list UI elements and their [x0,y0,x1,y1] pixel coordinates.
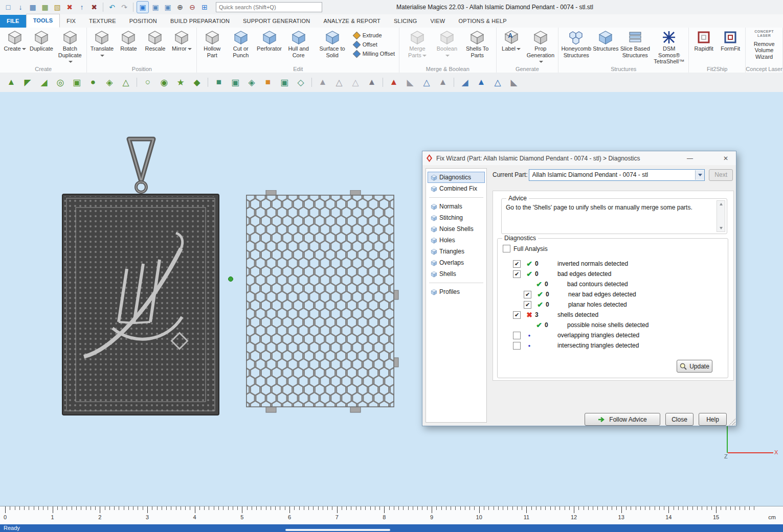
measure-icon[interactable]: ◢ [458,76,472,89]
ribbon-item-batch-duplicate[interactable]: Batch Duplicate [55,29,85,66]
pendant-part-model[interactable] [57,132,222,418]
undo-icon[interactable]: ↶ [106,2,118,13]
save-as-icon[interactable]: ▦ [39,2,51,13]
unmark-all-icon[interactable]: ○ [141,76,154,89]
ribbon-item-dsm-somos-tetrashell[interactable]: DSM Somos® TetraShell™ [651,29,687,66]
ribbon-item-mirror[interactable]: Mirror [168,29,195,53]
cut-view-cube-icon[interactable]: ■ [212,76,226,89]
scroll-up-icon[interactable] [717,201,725,207]
diagnostic-checkbox[interactable]: ✔ [513,311,521,319]
tab-build-preparation[interactable]: BUILD PREPARATION [164,15,236,28]
fix-page-triangles[interactable]: Triangles [428,246,485,257]
save-icon[interactable]: ▦ [27,2,38,13]
mark-brush-icon[interactable]: ◈ [103,76,116,89]
dropdown-arrow-icon[interactable] [695,170,704,180]
follow-advice-button[interactable]: Follow Advice [585,413,660,426]
mark-shell-icon[interactable]: ◎ [54,76,67,89]
tab-fix[interactable]: FIX [60,15,82,28]
diagnostic-checkbox[interactable]: ✔ [513,270,521,278]
mark-freeform-icon[interactable]: ● [86,76,100,89]
ghost-cube-icon[interactable]: ◇ [294,76,307,89]
ribbon-item-slice-based-structures[interactable]: Slice Based Structures [619,29,651,59]
diagnostic-checkbox[interactable] [513,342,521,350]
tab-position[interactable]: POSITION [123,15,164,28]
iso-view-icon[interactable]: ▣ [137,1,149,13]
ribbon-item-surface-to-solid[interactable]: Surface to Solid [315,29,350,59]
redo-icon[interactable]: ↷ [119,2,130,13]
section-cube-icon[interactable]: ▣ [229,76,242,89]
next-button[interactable]: Next [709,169,733,181]
ribbon-item-rapidfit[interactable]: Rapidfit [690,29,717,53]
ribbon-item-milling-offset[interactable]: Milling Offset [352,49,396,58]
delete-part-icon[interactable]: ✖ [88,2,100,13]
smooth-marked-icon[interactable]: △ [420,76,433,89]
ribbon-item-prop-generation[interactable]: Prop Generation [525,29,557,66]
detail-marked-icon[interactable]: ▲ [436,76,450,89]
ribbon-item-extrude[interactable]: Extrude [352,31,396,40]
mark-plane-icon[interactable]: ◤ [21,76,34,89]
view-cube-icon[interactable]: ▣ [278,76,291,89]
flip-marked-icon[interactable]: ◣ [404,76,417,89]
fix-page-holes[interactable]: Holes [428,235,485,246]
load-project-icon[interactable]: ▧ [52,2,63,13]
import-part-icon[interactable]: ↓ [15,2,26,13]
fix-page-diagnostics[interactable]: Diagnostics [428,172,485,183]
close-button[interactable]: Close [665,413,693,426]
diagnostic-checkbox[interactable]: ✔ [513,260,521,268]
expand-marking-icon[interactable]: ◆ [190,76,204,89]
zoom-in-icon[interactable]: ⊕ [174,2,186,13]
ribbon-item-perforator[interactable]: Perforator [256,29,283,53]
tab-file[interactable]: FILE [0,15,26,28]
quick-search-input[interactable] [216,2,322,12]
ribbon-item-duplicate[interactable]: Duplicate [28,29,55,53]
search-settings-icon[interactable]: ⊞ [199,2,210,13]
fix-page-normals[interactable]: Normals [428,201,485,212]
ribbon-item-rescale[interactable]: Rescale [142,29,168,53]
tab-view[interactable]: VIEW [423,15,452,28]
fix-page-noise-shells[interactable]: Noise Shells [428,223,485,235]
wireframe-view-icon[interactable]: △ [332,76,346,89]
diagnostic-checkbox[interactable]: ✔ [524,301,531,309]
fix-page-stitching[interactable]: Stitching [428,212,485,223]
analyze-icon[interactable]: ◣ [507,76,521,89]
mark-surface-icon[interactable]: ◢ [37,76,51,89]
compare-icon[interactable]: △ [491,76,504,89]
honeycomb-part-model[interactable] [244,190,399,413]
shade-wire-view-icon[interactable]: ▲ [365,76,378,89]
tab-analyze-report[interactable]: ANALYZE & REPORT [317,15,387,28]
tab-support-generation[interactable]: SUPPORT GENERATION [236,15,317,28]
advice-scrollbar[interactable] [717,200,725,232]
points-view-icon[interactable]: △ [349,76,362,89]
tab-texture[interactable]: TEXTURE [82,15,123,28]
fix-page-overlaps[interactable]: Overlaps [428,257,485,268]
ribbon-item-cut-or-punch[interactable]: Cut or Punch [226,29,256,59]
fix-marked-icon[interactable]: ▲ [387,76,400,89]
ribbon-item-label[interactable]: ALabel [498,29,525,53]
ribbon-item-create[interactable]: Create [2,29,28,53]
ribbon-item-shells-to-parts[interactable]: Shells To Parts [460,29,495,59]
tab-options-help[interactable]: OPTIONS & HELP [452,15,513,28]
ribbon-item-honeycomb-structures[interactable]: Honeycomb Structures [560,29,592,59]
fix-page-combined-fix[interactable]: Combined Fix [428,183,485,194]
ribbon-item-structures[interactable]: Structures [592,29,619,53]
fix-page-shells[interactable]: Shells [428,268,485,280]
side-view-icon[interactable]: ▣ [162,2,173,13]
mark-triangle-icon[interactable]: ▲ [5,76,18,89]
ribbon-item-formfit[interactable]: FormFit [717,29,744,53]
diagnostic-checkbox[interactable]: ✔ [524,291,531,298]
shaded-view-icon[interactable]: ▲ [316,76,329,89]
mark-all-icon[interactable]: ◉ [158,76,171,89]
front-view-icon[interactable]: ▣ [150,2,161,13]
ribbon-item-rotate[interactable]: Rotate [115,29,142,53]
dialog-titlebar[interactable]: Fix Wizard (Part: Allah Islamic Diamond … [422,151,736,166]
invert-marking-icon[interactable]: ★ [174,76,187,89]
dialog-minimize-button[interactable]: — [683,153,697,164]
ribbon-item-hollow-part[interactable]: Hollow Part [198,29,226,59]
fix-page-profiles[interactable]: Profiles [428,286,485,297]
ribbon-item-hull-and-core[interactable]: Hull and Core [283,29,315,59]
tab-slicing[interactable]: SLICING [387,15,423,28]
dialog-resize-grip[interactable] [729,419,735,425]
current-part-dropdown[interactable]: Allah Islamic Diamond Pendant - 0074 - s… [529,169,705,181]
ribbon-item-merge-parts[interactable]: Merge Parts [401,29,434,59]
ribbon-item-offset[interactable]: Offset [352,40,396,49]
